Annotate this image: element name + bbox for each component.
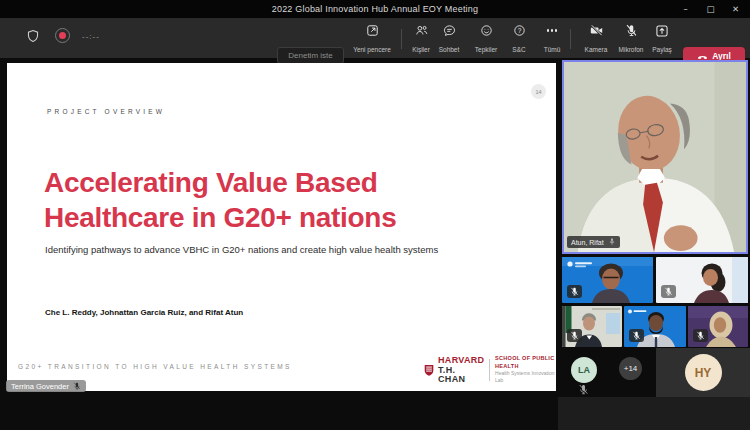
participant-tile-hy[interactable]: HY — [656, 348, 750, 397]
popout-icon — [366, 24, 379, 40]
share-screen-button[interactable]: Paylaş — [644, 24, 680, 53]
slide-authors: Che L. Reddy, Johnattan Garcia Ruiz, and… — [45, 308, 243, 317]
meeting-timer: --:-- — [82, 32, 100, 41]
pin-icon — [608, 238, 616, 246]
logo-institution: HARVARD — [438, 356, 484, 365]
titlebar: 2022 Global Innovation Hub Annual EOY Me… — [0, 0, 750, 18]
window-controls: – □ ✕ — [673, 0, 748, 18]
more-button[interactable]: Tümü — [536, 24, 568, 53]
logo-department: SCHOOL OF PUBLIC HEALTH — [495, 355, 556, 370]
participant-tile[interactable] — [688, 306, 748, 347]
harvard-shield-icon — [424, 362, 434, 378]
participant-tile[interactable] — [624, 306, 686, 347]
speaker-video-frame — [564, 62, 746, 252]
camera-off-icon — [590, 24, 603, 40]
minimize-button[interactable]: – — [673, 0, 698, 18]
new-window-button[interactable]: Yeni pencere — [347, 24, 397, 53]
reactions-button[interactable]: Tepkiler — [466, 24, 506, 53]
muted-mic-badge — [693, 329, 708, 342]
harvard-logo: HARVARD T.H. CHAN SCHOOL OF PUBLIC HEALT… — [424, 355, 556, 384]
participant-tile[interactable] — [562, 257, 653, 303]
chat-button[interactable]: Sohbet — [431, 24, 467, 53]
toolbar-divider — [570, 29, 571, 49]
recording-indicator-icon — [55, 28, 70, 43]
more-icon — [546, 24, 559, 37]
avatar-la[interactable]: LA — [571, 357, 597, 383]
muted-mic-icon — [73, 382, 81, 390]
mic-off-icon — [625, 24, 638, 40]
shield-icon — [26, 29, 40, 43]
share-screen-icon — [655, 24, 669, 41]
people-icon — [415, 24, 428, 40]
slide-page-badge: 14 — [531, 84, 546, 99]
logo-divider — [489, 359, 490, 381]
muted-mic-badge — [567, 329, 582, 342]
toolbar-divider — [401, 29, 402, 49]
slide-title: Accelerating Value Based Healthcare in G… — [44, 165, 396, 235]
muted-mic-badge — [629, 329, 644, 342]
muted-mic-icon — [578, 384, 589, 395]
muted-mic-badge — [567, 285, 582, 298]
window-title: 2022 Global Innovation Hub Annual EOY Me… — [272, 4, 478, 14]
request-control-button[interactable]: Denetim iste — [277, 47, 344, 64]
qa-icon — [513, 24, 526, 40]
muted-mic-badge — [661, 285, 676, 298]
teams-meeting-window: 2022 Global Innovation Hub Annual EOY Me… — [0, 0, 750, 430]
main-speaker-video[interactable]: Atun, Rifat — [562, 60, 748, 254]
slide-footer: G20+ TRANSITION TO HIGH VALUE HEALTH SYS… — [18, 363, 292, 370]
qa-button[interactable]: S&C — [503, 24, 535, 53]
shared-presentation-slide: 14 PROJECT OVERVIEW Accelerating Value B… — [7, 63, 556, 391]
stage-background — [558, 397, 750, 430]
logo-school: T.H. CHAN — [438, 366, 484, 384]
participant-tile[interactable] — [656, 257, 748, 303]
overflow-count-badge[interactable]: +14 — [619, 357, 642, 380]
reactions-icon — [480, 24, 493, 40]
presenter-name-tag: Terrina Govender — [6, 380, 86, 392]
slide-kicker: PROJECT OVERVIEW — [47, 108, 165, 115]
avatar-hy: HY — [685, 354, 722, 391]
maximize-button[interactable]: □ — [698, 0, 723, 18]
chat-icon — [443, 24, 456, 40]
speaker-name-tag: Atun, Rifat — [567, 236, 620, 248]
logo-lab: Health Systems Innovation Lab — [495, 370, 556, 384]
close-button[interactable]: ✕ — [723, 0, 748, 18]
participant-tile[interactable] — [562, 306, 622, 347]
slide-subtitle: Identifying pathways to advance VBHC in … — [45, 244, 438, 255]
meeting-toolbar: --:-- Denetim iste Yeni pencere Kişiler … — [0, 18, 750, 58]
